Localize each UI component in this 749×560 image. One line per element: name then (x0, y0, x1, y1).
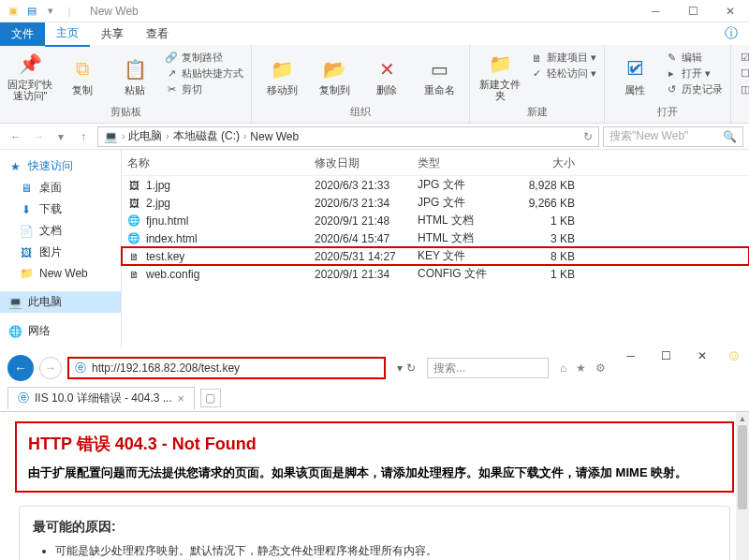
new-item-button[interactable]: 🗎新建项目 ▾ (530, 51, 596, 65)
sidebar-quick-access[interactable]: ★快速访问 (0, 155, 121, 177)
address-bar-row: ← → ▾ ↑ 💻 › 此电脑 › 本地磁盘 (C:) › New Web ↻ … (0, 124, 749, 150)
favorites-icon[interactable]: ★ (576, 361, 586, 375)
close-button[interactable]: ✕ (712, 0, 749, 22)
pin-button[interactable]: 📌 固定到"快速访问" (7, 49, 52, 103)
ie-close-button[interactable]: ✕ (691, 349, 713, 362)
delete-button[interactable]: ✕删除 (364, 49, 409, 103)
file-row[interactable]: 🖼2.jpg2020/6/3 21:34JPG 文件9,266 KB (122, 194, 749, 212)
ie-new-tab-button[interactable]: ▢ (200, 389, 221, 407)
new-folder-button[interactable]: 📁新建文件夹 (477, 49, 522, 103)
paste-shortcut-button[interactable]: ↗粘贴快捷方式 (165, 66, 243, 81)
move-icon: 📁 (269, 56, 295, 82)
file-icon: 🖼 (127, 197, 140, 210)
ie-refresh-button[interactable]: ↻ (406, 361, 416, 375)
up-button[interactable]: ↑ (73, 126, 94, 147)
file-date: 2020/5/31 14:27 (309, 250, 412, 263)
history-button[interactable]: ↺历史记录 (665, 82, 723, 96)
col-type[interactable]: 类型 (412, 155, 506, 171)
collapse-ribbon-icon[interactable]: ⓘ (713, 25, 749, 42)
file-name: test.key (146, 250, 184, 263)
tab-home[interactable]: 主页 (45, 22, 90, 47)
sidebar-network[interactable]: 🌐网络 (0, 320, 121, 342)
gear-icon[interactable]: ⚙ (595, 361, 606, 375)
scroll-up-icon[interactable]: ▲ (736, 412, 749, 425)
edit-icon: ✎ (665, 52, 678, 65)
copy-to-button[interactable]: 📂复制到 (312, 49, 357, 103)
sidebar-pictures[interactable]: 🖼图片 (0, 242, 121, 263)
ie-window: ─ ☐ ✕ ☺ ← → ⓔ http://192.168.82.208/test… (0, 351, 749, 560)
history-icon: ↺ (665, 83, 678, 96)
smiley-icon[interactable]: ☺ (727, 347, 742, 364)
breadcrumb-item[interactable]: 本地磁盘 (C:) (173, 128, 240, 144)
ie-search-input[interactable]: 搜索... (427, 358, 549, 378)
file-size: 8 KB (506, 250, 580, 263)
file-row[interactable]: 🗎test.key2020/5/31 14:27KEY 文件8 KB (122, 247, 749, 265)
file-row[interactable]: 🌐index.html2020/6/4 15:47HTML 文档3 KB (122, 229, 749, 247)
tab-file[interactable]: 文件 (0, 22, 45, 46)
copy-path-button[interactable]: 🔗复制路径 (165, 51, 243, 65)
ie-tab-close-icon[interactable]: × (178, 392, 184, 405)
file-icon: 🖼 (127, 179, 140, 192)
scroll-thumb[interactable] (738, 425, 747, 509)
go-dropdown[interactable]: ▾ (397, 361, 403, 375)
easy-access-button[interactable]: ✓轻松访问 ▾ (530, 66, 596, 81)
ie-forward-button[interactable]: → (39, 357, 62, 379)
ie-back-button[interactable]: ← (7, 355, 34, 381)
rename-button[interactable]: ▭重命名 (417, 49, 462, 103)
cause-item: 可能是缺少处理程序映射。默认情况下，静态文件处理程序将处理所有内容。 (55, 542, 716, 560)
ie-maximize-button[interactable]: ☐ (655, 349, 678, 362)
error-message: 由于扩展配置问题而无法提供您请求的页面。如果该页面是脚本，请添加处理程序。如果应… (28, 464, 721, 483)
properties-icon: 🗹 (622, 56, 648, 82)
select-none-button[interactable]: ☐全部取消 (739, 66, 749, 81)
pc-icon[interactable]: ▤ (24, 4, 39, 19)
home-icon[interactable]: ⌂ (560, 361, 566, 375)
sidebar-newweb[interactable]: 📁New Web (0, 263, 121, 284)
sidebar-documents[interactable]: 📄文档 (0, 220, 121, 242)
ie-tab[interactable]: ⓔ IIS 10.0 详细错误 - 404.3 ... × (7, 387, 195, 409)
col-date[interactable]: 修改日期 (309, 155, 412, 171)
sidebar-this-pc[interactable]: 💻此电脑 (0, 291, 121, 313)
forward-button[interactable]: → (28, 126, 49, 147)
easy-access-icon: ✓ (530, 67, 543, 81)
breadcrumb-bar[interactable]: 💻 › 此电脑 › 本地磁盘 (C:) › New Web ↻ (97, 126, 599, 147)
back-button[interactable]: ← (6, 126, 26, 147)
copy-icon: ⧉ (69, 56, 95, 82)
tab-share[interactable]: 共享 (90, 22, 135, 46)
select-all-icon: ☑ (739, 52, 749, 65)
file-type: HTML 文档 (412, 213, 506, 228)
maximize-button[interactable]: ☐ (674, 0, 712, 22)
copy-button[interactable]: ⧉ 复制 (60, 49, 105, 103)
select-all-button[interactable]: ☑全部选择 (739, 51, 749, 65)
col-size[interactable]: 大小 (506, 155, 580, 171)
file-type: CONFIG 文件 (412, 266, 506, 282)
file-row[interactable]: 🌐fjnu.html2020/9/1 21:48HTML 文档1 KB (122, 212, 749, 229)
window-controls: ─ ☐ ✕ (637, 0, 749, 22)
sidebar-downloads[interactable]: ⬇下载 (0, 199, 121, 220)
properties-button[interactable]: 🗹属性 (612, 49, 657, 103)
invert-selection-button[interactable]: ◫反向选择 (739, 82, 749, 96)
refresh-icon[interactable]: ↻ (583, 130, 593, 143)
ie-minimize-button[interactable]: ─ (620, 349, 642, 362)
search-input[interactable]: 搜索"New Web" 🔍 (603, 126, 743, 147)
ie-tab-bar: ⓔ IIS 10.0 详细错误 - 404.3 ... × ▢ (0, 385, 749, 412)
paste-button[interactable]: 📋 粘贴 (112, 49, 157, 103)
ie-url-field[interactable]: ⓔ http://192.168.82.208/test.key (67, 357, 386, 379)
sidebar-desktop[interactable]: 🖥桌面 (0, 177, 121, 199)
dropdown-icon[interactable]: ▾ (43, 4, 58, 19)
file-row[interactable]: 🗎web.config2020/9/1 21:34CONFIG 文件1 KB (122, 265, 749, 283)
history-dropdown[interactable]: ▾ (51, 126, 71, 147)
breadcrumb-item[interactable]: New Web (250, 130, 299, 143)
folder-icon[interactable]: ▣ (6, 4, 21, 19)
vertical-scrollbar[interactable]: ▲ (736, 412, 749, 560)
file-row[interactable]: 🖼1.jpg2020/6/3 21:33JPG 文件8,928 KB (122, 176, 749, 194)
col-name[interactable]: 名称 (122, 155, 309, 171)
ribbon-group-new: 📁新建文件夹 🗎新建项目 ▾ ✓轻松访问 ▾ 新建 (470, 45, 605, 123)
tab-view[interactable]: 查看 (135, 22, 180, 46)
cut-button[interactable]: ✂剪切 (165, 82, 243, 96)
minimize-button[interactable]: ─ (637, 0, 674, 22)
breadcrumb-item[interactable]: 此电脑 (128, 128, 162, 144)
open-button[interactable]: ▸打开 ▾ (665, 66, 723, 81)
edit-button[interactable]: ✎编辑 (665, 51, 723, 65)
move-button[interactable]: 📁移动到 (259, 49, 304, 103)
paste-icon: 📋 (122, 56, 148, 82)
